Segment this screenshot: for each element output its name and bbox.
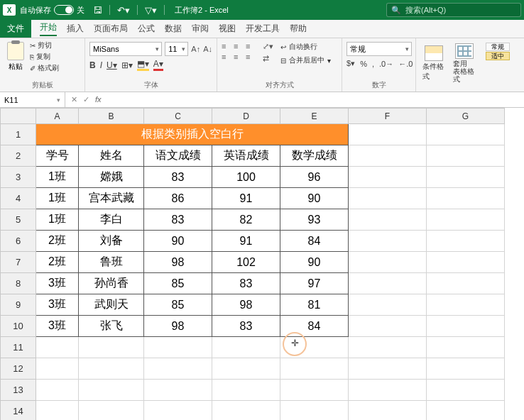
cut-button[interactable]: ✂剪切: [30, 40, 59, 50]
row-header-1[interactable]: 1: [1, 124, 36, 145]
row-header-4[interactable]: 4: [1, 188, 36, 209]
paste-button[interactable]: 粘贴: [4, 40, 27, 73]
cell-D10[interactable]: 83: [212, 316, 280, 337]
increase-font-icon[interactable]: A↑: [191, 45, 200, 53]
cell-B12[interactable]: [79, 358, 144, 380]
cell-G13[interactable]: [427, 380, 505, 401]
cell-styles-gallery[interactable]: 常规 适中: [486, 43, 513, 60]
col-header-C[interactable]: C: [144, 109, 212, 124]
row-header-9[interactable]: 9: [1, 294, 36, 316]
col-header-E[interactable]: E: [280, 109, 349, 124]
merge-center-button[interactable]: ⊟合并后居中▾: [280, 55, 331, 65]
select-all-corner[interactable]: [1, 109, 36, 124]
cell-F9[interactable]: [349, 294, 427, 316]
cell-C4[interactable]: 86: [144, 188, 212, 209]
cell-F6[interactable]: [349, 231, 427, 252]
row-header-10[interactable]: 10: [1, 316, 36, 337]
border-button[interactable]: ⊞▾: [121, 60, 133, 70]
row-header-8[interactable]: 8: [1, 273, 36, 294]
cell-D9[interactable]: 98: [212, 294, 280, 316]
align-middle-icon[interactable]: ≡: [234, 42, 244, 50]
col-header-F[interactable]: F: [349, 109, 427, 124]
cell-D13[interactable]: [212, 380, 280, 401]
cell-D2[interactable]: 英语成绩: [212, 145, 280, 167]
cell-E11[interactable]: [280, 337, 349, 358]
col-header-D[interactable]: D: [212, 109, 280, 124]
cell-B2[interactable]: 姓名: [79, 145, 144, 167]
row-header-13[interactable]: 13: [1, 380, 36, 401]
tab-data[interactable]: 数据: [165, 23, 182, 35]
cell-E9[interactable]: 81: [280, 294, 349, 316]
cell-F8[interactable]: [349, 273, 427, 294]
fx-icon[interactable]: fx: [95, 95, 102, 104]
align-top-icon[interactable]: ≡: [222, 42, 231, 50]
cell-F13[interactable]: [349, 380, 427, 401]
cell-D6[interactable]: 91: [212, 231, 280, 252]
number-format-select[interactable]: 常规: [346, 42, 412, 56]
style-normal[interactable]: 常规: [486, 43, 510, 51]
cell-A4[interactable]: 1班: [36, 188, 79, 209]
row-header-12[interactable]: 12: [1, 358, 36, 380]
font-size-select[interactable]: 11: [165, 42, 188, 56]
align-left-icon[interactable]: ≡: [222, 52, 231, 61]
cell-A1[interactable]: 根据类别插入空白行: [36, 124, 349, 145]
cell-E10[interactable]: 84: [280, 316, 349, 337]
cell-A6[interactable]: 2班: [36, 231, 79, 252]
cell-A8[interactable]: 3班: [36, 273, 79, 294]
cell-B14[interactable]: [79, 401, 144, 421]
cell-G12[interactable]: [427, 358, 505, 380]
cell-C2[interactable]: 语文成绩: [144, 145, 212, 167]
increase-decimal-icon[interactable]: .0→: [379, 60, 393, 68]
cell-A2[interactable]: 学号: [36, 145, 79, 167]
tab-layout[interactable]: 页面布局: [94, 23, 128, 35]
cell-A11[interactable]: [36, 337, 79, 358]
font-name-select[interactable]: MiSans: [89, 42, 162, 56]
cell-A12[interactable]: [36, 358, 79, 380]
tab-file[interactable]: 文件: [0, 20, 31, 38]
confirm-icon[interactable]: ✓: [83, 95, 89, 104]
cell-D11[interactable]: [212, 337, 280, 358]
autosave-toggle[interactable]: 自动保存 关: [20, 5, 84, 16]
cell-C10[interactable]: 98: [144, 316, 212, 337]
cell-D5[interactable]: 82: [212, 209, 280, 231]
align-right-icon[interactable]: ≡: [246, 52, 256, 61]
tab-home[interactable]: 开始: [40, 21, 57, 36]
cell-D7[interactable]: 102: [212, 252, 280, 273]
cell-A5[interactable]: 1班: [36, 209, 79, 231]
cell-E8[interactable]: 97: [280, 273, 349, 294]
row-header-14[interactable]: 14: [1, 401, 36, 421]
percent-icon[interactable]: %: [360, 60, 367, 68]
cell-E3[interactable]: 96: [280, 167, 349, 188]
cell-E6[interactable]: 84: [280, 231, 349, 252]
cell-B5[interactable]: 李白: [79, 209, 144, 231]
cell-B8[interactable]: 孙尚香: [79, 273, 144, 294]
cell-E7[interactable]: 90: [280, 252, 349, 273]
indent-icon[interactable]: ⇄: [263, 54, 273, 63]
comma-icon[interactable]: ,: [372, 60, 374, 68]
cell-F1[interactable]: [349, 124, 427, 145]
cell-C12[interactable]: [144, 358, 212, 380]
tab-developer[interactable]: 开发工具: [246, 23, 280, 35]
cell-E4[interactable]: 90: [280, 188, 349, 209]
cell-F10[interactable]: [349, 316, 427, 337]
undo-icon[interactable]: ↶▾: [117, 5, 130, 16]
cell-B9[interactable]: 武则天: [79, 294, 144, 316]
spreadsheet-grid[interactable]: ABCDEFG1根据类别插入空白行2学号姓名语文成绩英语成绩数学成绩31班嫦娥8…: [0, 108, 524, 420]
cell-B4[interactable]: 宫本武藏: [79, 188, 144, 209]
row-header-2[interactable]: 2: [1, 145, 36, 167]
cell-D4[interactable]: 91: [212, 188, 280, 209]
col-header-B[interactable]: B: [79, 109, 144, 124]
tab-review[interactable]: 审阅: [192, 23, 209, 35]
col-header-G[interactable]: G: [427, 109, 505, 124]
cell-G8[interactable]: [427, 273, 505, 294]
row-header-7[interactable]: 7: [1, 252, 36, 273]
cell-D12[interactable]: [212, 358, 280, 380]
cell-C11[interactable]: [144, 337, 212, 358]
cell-G4[interactable]: [427, 188, 505, 209]
tab-formulas[interactable]: 公式: [138, 23, 155, 35]
style-medium[interactable]: 适中: [486, 52, 510, 60]
table-format-button[interactable]: 套用 表格格式: [451, 43, 477, 83]
decrease-decimal-icon[interactable]: ←.0: [398, 60, 413, 68]
copy-button[interactable]: ⎘复制: [30, 52, 59, 62]
cell-G6[interactable]: [427, 231, 505, 252]
